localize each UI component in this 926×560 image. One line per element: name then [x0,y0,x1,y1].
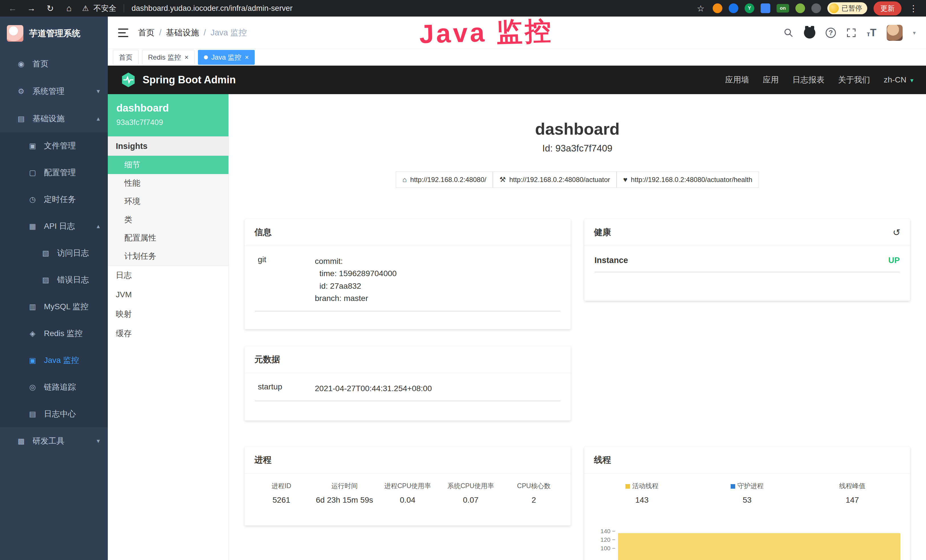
sba-brand-title: Spring Boot Admin [142,74,236,86]
nav-journal[interactable]: 日志报表 [793,74,825,85]
sidebar-item-label: 错误日志 [57,274,89,285]
tab-redis-monitor[interactable]: Redis 监控 × [142,50,195,65]
sidebar-item-java-monitor[interactable]: ▣ Java 监控 [0,347,108,374]
fullscreen-icon[interactable] [846,28,856,38]
extension-icon[interactable]: Y [744,3,754,13]
url-text[interactable]: dashboard.yudao.iocoder.cn/infra/admin-s… [132,4,292,13]
github-icon[interactable] [804,27,816,38]
tab-java-monitor[interactable]: Java 监控 × [198,50,255,65]
logo-avatar [7,25,23,42]
locale-select[interactable]: zh-CN ▾ [884,75,914,85]
extension-icon[interactable] [761,3,770,13]
close-icon[interactable]: × [185,53,189,61]
access-log-icon: ▧ [39,249,52,257]
api-log-icon: ▦ [26,222,39,231]
update-button[interactable]: 更新 [873,2,902,15]
sba-item-performance[interactable]: 性能 [108,174,228,192]
sidebar-item-system[interactable]: ⚙ 系统管理 ▾ [0,77,108,105]
reload-icon[interactable]: ↻ [44,3,56,14]
breadcrumb-separator: / [159,28,162,37]
sidebar-item-error-logs[interactable]: ▨ 错误日志 [0,266,108,293]
help-icon[interactable]: ? [826,28,836,38]
sba-item-config-props[interactable]: 配置属性 [108,229,228,247]
link-url: http://192.168.0.2:48080/ [410,176,486,184]
sidebar-item-home[interactable]: ◉ 首页 [0,50,108,77]
legend-swatch-icon [731,484,735,489]
address-bar[interactable]: ⚠ 不安全 dashboard.yudao.iocoder.cn/infra/a… [82,3,293,14]
browser-menu-icon[interactable]: ⋮ [908,3,919,14]
font-size-icon[interactable]: тT [867,27,876,39]
process-metrics: 进程ID 5261 运行时间 6d 23h 15m 59s 进程CPU使用率 0… [245,474,570,515]
nav-wallboard[interactable]: 应用墙 [725,74,749,85]
instance-name: dashboard [117,102,220,114]
back-icon[interactable]: ← [7,3,18,13]
sba-item-scheduled-tasks[interactable]: 计划任务 [108,247,228,265]
browser-home-icon[interactable]: ⌂ [63,3,75,13]
bookmark-star-icon[interactable]: ☆ [695,3,707,14]
sba-item-details[interactable]: 细节 [108,156,228,174]
sba-item-caches[interactable]: 缓存 [108,324,228,343]
health-url-link[interactable]: ♥ http://192.168.0.2:48080/actuator/heal… [617,171,759,188]
breadcrumb-home[interactable]: 首页 [138,27,154,38]
search-icon[interactable] [784,28,794,38]
forward-icon[interactable]: → [26,3,37,13]
sba-item-classes[interactable]: 类 [108,210,228,229]
sidebar-item-label: 访问日志 [57,248,89,259]
instance-header[interactable]: dashboard 93a3fc7f7409 [108,94,228,136]
breadcrumb-current: Java 监控 [210,27,247,38]
sba-item-mappings[interactable]: 映射 [108,304,228,324]
sync-paused-badge[interactable]: 已暂停 [827,2,867,14]
sidebar-item-devtools[interactable]: ▩ 研发工具 ▾ [0,427,108,455]
tab-home[interactable]: 首页 [113,50,139,65]
sidebar-item-access-logs[interactable]: ▧ 访问日志 [0,240,108,266]
nav-about[interactable]: 关于我们 [838,74,870,85]
history-icon[interactable]: ↺ [893,227,900,238]
health-row-instance[interactable]: Instance UP [595,256,900,272]
hamburger-icon[interactable] [118,29,128,37]
sidebar-item-file-manage[interactable]: ▣ 文件管理 [0,132,108,159]
java-monitor-icon: ▣ [26,356,39,365]
sidebar-item-log-center[interactable]: ▤ 日志中心 [0,401,108,427]
sidebar-item-scheduled-jobs[interactable]: ◷ 定时任务 [0,186,108,213]
chevron-down-icon: ▾ [97,437,100,445]
infra-submenu: ▣ 文件管理 ▢ 配置管理 ◷ 定时任务 ▦ API 日志 ▴ ▧ 访问日志 ▨ [0,132,108,427]
info-row-git: git commit: time: 1596289704000 id: 27aa… [255,255,560,311]
gear-icon: ⚙ [15,87,27,96]
sidebar-item-config-manage[interactable]: ▢ 配置管理 [0,159,108,186]
right-column: 健康 ↺ Instance UP 线程 活动线程 1 [584,219,910,560]
redis-icon: ◈ [26,329,39,338]
chart-y-axis: 140 120 100 [593,527,615,552]
sidebar-item-redis-monitor[interactable]: ◈ Redis 监控 [0,320,108,347]
security-label[interactable]: 不安全 [93,3,117,14]
extension-on-badge-icon[interactable]: on [776,4,789,12]
sba-brand[interactable]: Spring Boot Admin [120,72,236,88]
metric-cpu-cores: CPU核心数 2 [502,481,565,505]
sba-item-logs[interactable]: 日志 [108,266,228,285]
instance-id: 93a3fc7f7409 [117,118,220,127]
extension-icon[interactable] [729,3,738,13]
leaf-extension-icon[interactable] [795,3,805,13]
insights-group: 细节 性能 环境 类 配置属性 计划任务 [108,156,228,266]
extension-icon[interactable] [713,3,722,13]
service-url-link[interactable]: ⌂ http://192.168.0.2:48080/ [396,171,493,188]
chevron-down-icon[interactable]: ▾ [913,29,916,36]
avatar[interactable] [887,25,903,41]
breadcrumb-section[interactable]: 基础设施 [166,27,199,38]
chart-plot-area [618,527,900,560]
link-url: http://192.168.0.2:48080/actuator/health [631,176,752,184]
puzzle-extension-icon[interactable] [811,3,821,13]
sidebar-item-mysql-monitor[interactable]: ▥ MySQL 监控 [0,293,108,320]
sba-item-jvm[interactable]: JVM [108,285,228,304]
close-icon[interactable]: × [245,53,249,61]
nav-applications[interactable]: 应用 [763,74,779,85]
sidebar-item-api-logs[interactable]: ▦ API 日志 ▴ [0,213,108,240]
screenshot-root: ← → ↻ ⌂ ⚠ 不安全 dashboard.yudao.iocoder.cn… [0,0,926,560]
sidebar-item-infra[interactable]: ▤ 基础设施 ▴ [0,105,108,132]
sidebar-item-tracing[interactable]: ◎ 链路追踪 [0,374,108,401]
active-dot-icon [204,55,208,59]
sidebar-logo[interactable]: 芋道管理系统 [0,17,108,50]
sidebar-item-label: 日志中心 [44,409,76,419]
threads-legend: 活动线程 143 守护进程 53 线程峰值 147 [584,474,910,515]
actuator-url-link[interactable]: ⚒ http://192.168.0.2:48080/actuator [493,171,617,188]
sba-item-environment[interactable]: 环境 [108,192,228,210]
